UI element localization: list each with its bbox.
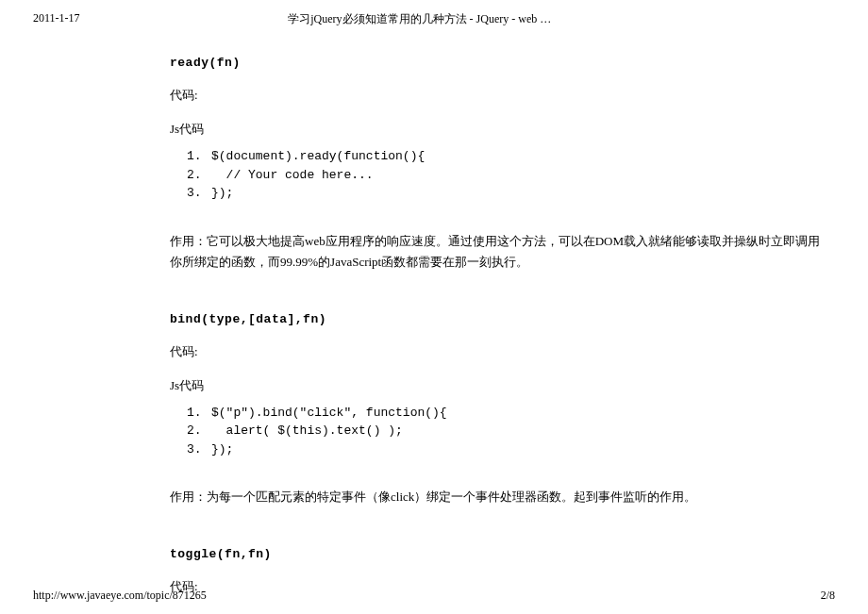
code-text: alert( $(this).text() ); xyxy=(211,422,403,440)
line-number: 3. xyxy=(187,184,211,203)
code-block: 1.$("p").bind("click", function(){ 2. al… xyxy=(170,404,830,459)
page-header: 2011-1-17 学习jQuery必须知道常用的几种方法 - JQuery -… xyxy=(0,0,868,27)
section-ready: ready(fn) 代码: Js代码 1.$(document).ready(f… xyxy=(170,56,830,273)
code-line: 1.$("p").bind("click", function(){ xyxy=(187,404,830,423)
method-heading: bind(type,[data],fn) xyxy=(170,312,830,326)
line-number: 1. xyxy=(187,404,211,423)
code-line: 1.$(document).ready(function(){ xyxy=(187,147,830,166)
code-label: 代码: xyxy=(170,343,830,360)
code-label: 代码: xyxy=(170,87,830,104)
method-heading: ready(fn) xyxy=(170,56,830,70)
footer-page-number: 2/8 xyxy=(821,589,835,603)
code-line: 2. // Your code here... xyxy=(187,166,830,185)
code-text: }); xyxy=(211,440,233,459)
line-number: 1. xyxy=(187,147,211,166)
section-bind: bind(type,[data],fn) 代码: Js代码 1.$("p").b… xyxy=(170,312,830,508)
line-number: 2. xyxy=(187,166,211,185)
code-text: // Your code here... xyxy=(211,166,374,185)
js-code-label: Js代码 xyxy=(170,377,830,394)
code-block: 1.$(document).ready(function(){ 2. // Yo… xyxy=(170,147,830,203)
js-code-label: Js代码 xyxy=(170,121,830,138)
code-text: }); xyxy=(211,184,233,203)
document-content: ready(fn) 代码: Js代码 1.$(document).ready(f… xyxy=(0,27,868,595)
page-footer: http://www.javaeye.com/topic/871265 2/8 xyxy=(33,589,835,603)
footer-url: http://www.javaeye.com/topic/871265 xyxy=(33,589,207,603)
method-description: 作用：它可以极大地提高web应用程序的响应速度。通过使用这个方法，可以在DOM载… xyxy=(170,231,830,273)
code-line: 3.}); xyxy=(187,440,830,459)
method-description: 作用：为每一个匹配元素的特定事件（像click）绑定一个事件处理器函数。起到事件… xyxy=(170,487,830,507)
line-number: 2. xyxy=(187,422,211,440)
code-text: $(document).ready(function(){ xyxy=(211,147,425,166)
code-line: 3.}); xyxy=(187,184,830,203)
header-title: 学习jQuery必须知道常用的几种方法 - JQuery - web … xyxy=(5,11,835,27)
line-number: 3. xyxy=(187,440,211,459)
method-heading: toggle(fn,fn) xyxy=(170,547,830,561)
code-line: 2. alert( $(this).text() ); xyxy=(187,422,830,440)
code-text: $("p").bind("click", function(){ xyxy=(211,404,447,423)
